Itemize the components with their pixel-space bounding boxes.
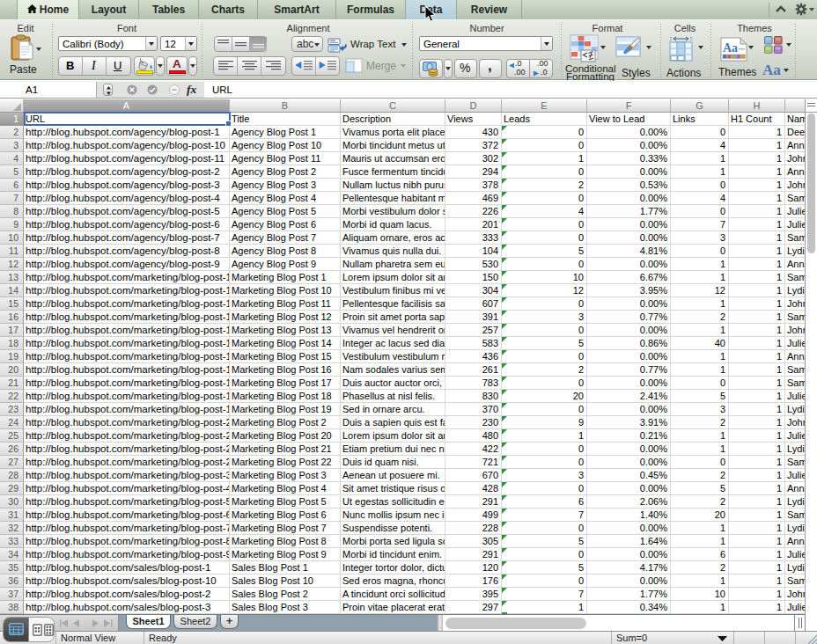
svg-text:Aa: Aa <box>723 41 738 55</box>
